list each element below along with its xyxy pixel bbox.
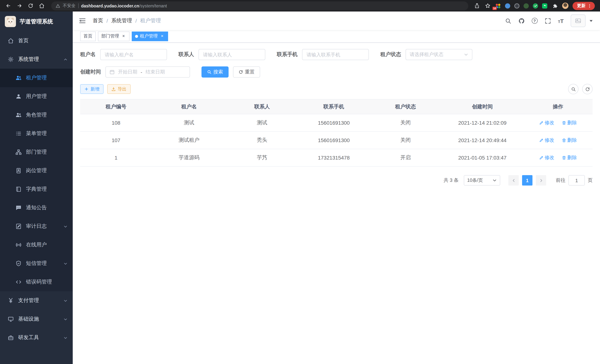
extension-icon-2[interactable]: [505, 3, 510, 8]
avatar-caret-icon[interactable]: [590, 20, 593, 22]
sidebar-item-label: 部门管理: [26, 149, 47, 156]
extension-badge: 10: [492, 7, 497, 10]
edit-button[interactable]: 修改: [539, 137, 554, 144]
filter-tenant-name: 租户名: [80, 49, 167, 60]
browser-address-bar[interactable]: 不安全 dashboard.yudao.iocoder.cn/system/te…: [51, 1, 468, 10]
sidebar-item-infrastructure[interactable]: 基础设施: [0, 310, 73, 328]
sidebar-item-dict[interactable]: 字典管理: [0, 180, 73, 198]
cell-created: 2021-01-05 17:03:47: [441, 149, 523, 166]
breadcrumb-item[interactable]: 首页: [93, 18, 103, 24]
tenant-name-input[interactable]: [100, 49, 167, 60]
column-header: 联系人: [226, 99, 298, 114]
close-icon[interactable]: ×: [159, 34, 165, 39]
extension-icon-3[interactable]: [514, 3, 519, 8]
mobile-input[interactable]: [302, 49, 369, 60]
breadcrumb: 首页 / 系统管理 / 租户管理: [93, 18, 161, 24]
sidebar-item-tenant[interactable]: 租户管理: [0, 69, 73, 87]
sidebar-toggle-button[interactable]: [79, 17, 86, 25]
sidebar-item-payment[interactable]: 支付管理: [0, 291, 73, 310]
tab-dept[interactable]: 部门管理 ×: [98, 31, 130, 41]
column-header: 租户名: [152, 99, 226, 114]
column-header: 租户状态: [370, 99, 441, 114]
tags-view: 首页 部门管理 × 租户管理 ×: [73, 30, 600, 43]
tab-home[interactable]: 首页: [80, 31, 96, 41]
add-button[interactable]: 新增: [80, 84, 103, 94]
start-date-placeholder[interactable]: 开始日期: [118, 69, 137, 75]
select-placeholder: 请选择租户状态: [410, 51, 443, 58]
end-date-placeholder[interactable]: 结束日期: [146, 69, 165, 75]
browser-forward-button[interactable]: [15, 1, 24, 10]
sidebar-item-role[interactable]: 角色管理: [0, 106, 73, 124]
delete-button[interactable]: 删除: [562, 154, 577, 161]
contact-input[interactable]: [198, 49, 265, 60]
browser-update-button[interactable]: 更新: [572, 2, 595, 10]
edit-icon: [539, 138, 544, 142]
status-select[interactable]: 请选择租户状态: [406, 49, 472, 60]
edit-button[interactable]: 修改: [539, 120, 554, 126]
filter-contact: 联系人: [178, 49, 265, 60]
cell-tenant-id: 107: [80, 131, 152, 149]
delete-button[interactable]: 删除: [562, 120, 577, 126]
table-search-toggle-button[interactable]: [568, 84, 579, 94]
app-logo[interactable]: 芋道管理系统: [0, 11, 73, 32]
edit-button[interactable]: 修改: [539, 154, 554, 161]
broken-image-icon: [575, 18, 581, 24]
browser-home-button[interactable]: [37, 1, 46, 10]
github-icon[interactable]: [518, 18, 525, 24]
sidebar-item-user[interactable]: 用户管理: [0, 87, 73, 106]
page-number-button[interactable]: 1: [522, 175, 533, 186]
goto-page-input[interactable]: [568, 175, 585, 186]
prev-page-button[interactable]: [508, 175, 519, 186]
date-range-picker[interactable]: 开始日期 - 结束日期: [105, 66, 190, 78]
page-size-select[interactable]: 10条/页: [464, 175, 500, 186]
search-button[interactable]: 搜索: [201, 66, 229, 78]
sidebar-item-dev-tools[interactable]: 研发工具: [0, 328, 73, 347]
delete-button[interactable]: 删除: [562, 137, 577, 144]
filter-label: 联系手机: [277, 51, 298, 58]
extension-icon-1[interactable]: 10: [495, 3, 501, 9]
filter-create-time: 创建时间 开始日期 - 结束日期: [80, 66, 190, 78]
user-avatar[interactable]: [571, 14, 586, 27]
sidebar-item-system[interactable]: 系统管理: [0, 50, 73, 69]
breadcrumb-item[interactable]: 系统管理: [111, 18, 132, 24]
sidebar-item-post[interactable]: 岗位管理: [0, 161, 73, 180]
sidebar-item-menu[interactable]: 菜单管理: [0, 124, 73, 143]
table-refresh-button[interactable]: [582, 84, 593, 94]
fullscreen-icon[interactable]: [544, 18, 551, 24]
share-icon[interactable]: [473, 2, 480, 9]
refresh-icon: [239, 70, 243, 74]
help-icon[interactable]: ?: [532, 18, 537, 24]
sidebar-item-label: 菜单管理: [26, 130, 47, 137]
browser-reload-button[interactable]: [26, 1, 35, 10]
filter-mobile: 联系手机: [277, 49, 369, 60]
font-size-icon[interactable]: TT: [558, 18, 564, 24]
main-area: 首页 / 系统管理 / 租户管理 ?: [73, 11, 600, 364]
export-button[interactable]: 导出: [107, 84, 131, 94]
close-icon[interactable]: ×: [121, 34, 126, 39]
reset-button[interactable]: 重置: [233, 66, 260, 78]
sidebar-item-label: 支付管理: [18, 297, 39, 304]
sidebar-item-dept[interactable]: 部门管理: [0, 143, 73, 161]
cell-actions: 修改 删除: [523, 131, 593, 149]
extension-icon-5[interactable]: [533, 3, 538, 8]
cell-status: 开启: [370, 149, 441, 166]
sidebar-item-sms[interactable]: 短信管理: [0, 254, 73, 273]
sidebar-item-label: 岗位管理: [26, 167, 47, 174]
tab-tenant[interactable]: 租户管理 ×: [132, 31, 168, 41]
extension-icon-6[interactable]: [542, 3, 547, 8]
sidebar-item-audit-log[interactable]: 审计日志: [0, 217, 73, 236]
sidebar-item-error-code[interactable]: 错误码管理: [0, 273, 73, 291]
browser-profile-avatar[interactable]: [562, 3, 568, 9]
sidebar-item-notice[interactable]: 通知公告: [0, 198, 73, 217]
extensions-puzzle-icon[interactable]: [551, 2, 558, 9]
sidebar-item-home[interactable]: 首页: [0, 32, 73, 50]
next-page-button[interactable]: [536, 175, 546, 186]
extension-icon-4[interactable]: [524, 3, 529, 8]
cell-mobile: 17321315478: [298, 149, 370, 166]
security-label[interactable]: 不安全: [63, 3, 75, 9]
sidebar-item-online-user[interactable]: 在线用户: [0, 236, 73, 254]
header-search-icon[interactable]: [505, 18, 511, 24]
browser-back-button[interactable]: [4, 1, 13, 10]
users-icon: [16, 75, 21, 81]
bookmark-star-icon[interactable]: [484, 2, 491, 9]
